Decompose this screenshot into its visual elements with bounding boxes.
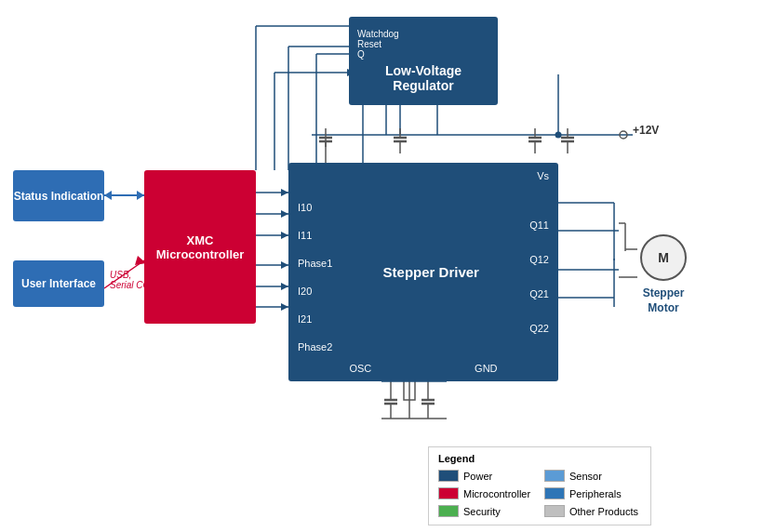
xmc-label: XMC Microcontroller [144, 233, 256, 261]
q22-label: Q22 [529, 323, 549, 334]
i20-label: I20 [298, 286, 332, 297]
svg-marker-47 [281, 232, 288, 239]
q21-label: Q21 [529, 288, 549, 299]
phase1-label: Phase1 [298, 258, 332, 269]
status-indication-block: Status Indication [13, 170, 104, 221]
q11-label: Q11 [529, 219, 549, 231]
legend-sensor: Sensor [544, 470, 641, 482]
svg-point-20 [620, 131, 627, 139]
stepper-motor-symbol: M [640, 234, 687, 281]
plus12v-label: +12V [633, 124, 659, 137]
legend-box: Legend Power Sensor Microcontroller Peri… [428, 446, 651, 525]
svg-marker-39 [137, 191, 144, 200]
phase2-label: Phase2 [298, 341, 332, 352]
legend-security: Security [438, 505, 535, 517]
lv-regulator-label: Low-Voltage Regulator [354, 63, 493, 93]
i10-label: I10 [298, 202, 332, 213]
svg-marker-45 [281, 210, 288, 218]
xmc-microcontroller-block: XMC Microcontroller [144, 170, 256, 324]
status-indication-label: Status Indication [14, 190, 104, 203]
q12-label: Q12 [529, 254, 549, 265]
vs-label: Vs [537, 170, 549, 181]
stepper-driver-label: Stepper Driver [383, 264, 479, 280]
diagram-container: Status Indication User Interface USB,Ser… [0, 0, 776, 532]
svg-rect-72 [404, 379, 415, 400]
user-interface-block: User Interface [13, 260, 104, 307]
svg-marker-43 [281, 189, 288, 196]
svg-marker-49 [281, 261, 288, 269]
motor-m-label: M [658, 250, 669, 265]
user-interface-label: User Interface [21, 277, 96, 290]
legend-peripherals: Peripherals [544, 487, 641, 499]
watchdog-label: Watchdog [357, 29, 399, 39]
stepper-driver-block: Vs I10 I11 Phase1 I20 I21 Phase2 Stepper… [288, 163, 558, 381]
low-voltage-regulator-block: Watchdog Reset Q Low-Voltage Regulator [349, 17, 498, 105]
osc-label: OSC [349, 363, 371, 374]
legend-microcontroller: Microcontroller [438, 487, 535, 499]
svg-marker-51 [281, 283, 288, 290]
stepper-motor-label: Stepper Motor [636, 286, 691, 315]
gnd-label: GND [475, 363, 497, 374]
i21-label: I21 [298, 313, 332, 325]
legend-title: Legend [438, 453, 641, 464]
reset-label: Reset [357, 39, 381, 49]
q-label: Q [357, 49, 365, 60]
svg-point-19 [555, 132, 562, 139]
legend-power: Power [438, 470, 535, 482]
svg-marker-38 [104, 191, 112, 200]
legend-other: Other Products [544, 505, 641, 517]
svg-marker-53 [281, 303, 288, 311]
i11-label: I11 [298, 230, 332, 241]
